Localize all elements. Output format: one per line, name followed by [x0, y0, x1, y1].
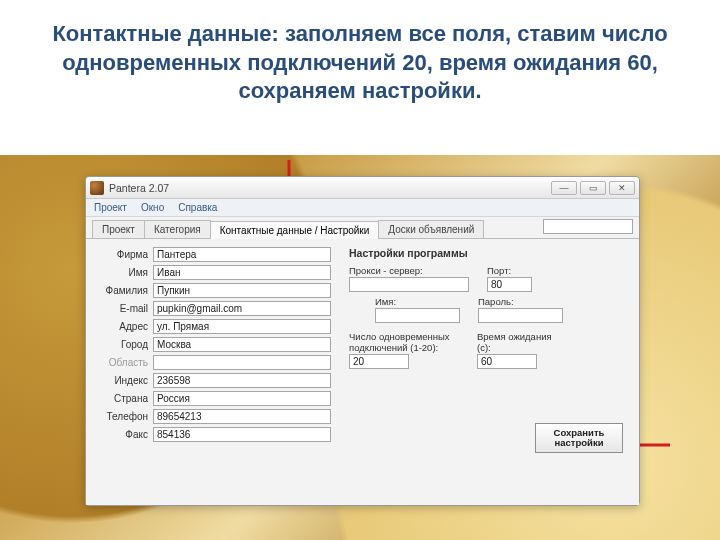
label-name: Имя — [96, 267, 148, 278]
tab-contacts[interactable]: Контактные данные / Настройки — [210, 221, 380, 239]
label-company: Фирма — [96, 249, 148, 260]
contact-form: ФирмаПантера ИмяИван ФамилияПупкин E-mai… — [96, 247, 331, 495]
label-proxy: Прокси - сервер: — [349, 265, 469, 276]
input-address[interactable]: ул. Прямая — [153, 319, 331, 334]
label-timeout: Время ожидания (с): — [477, 331, 557, 353]
menu-project[interactable]: Проект — [94, 202, 127, 213]
maximize-button[interactable]: ▭ — [580, 181, 606, 195]
input-connections[interactable]: 20 — [349, 354, 409, 369]
input-proxy[interactable] — [349, 277, 469, 292]
minimize-button[interactable]: — — [551, 181, 577, 195]
tab-boards[interactable]: Доски объявлений — [378, 220, 484, 238]
input-name[interactable]: Иван — [153, 265, 331, 280]
label-address: Адрес — [96, 321, 148, 332]
label-phone: Телефон — [96, 411, 148, 422]
input-fax[interactable]: 854136 — [153, 427, 331, 442]
input-auth-name[interactable] — [375, 308, 460, 323]
label-connections: Число одновременных подключений (1-20): — [349, 331, 459, 353]
tab-category[interactable]: Категория — [144, 220, 211, 238]
input-country[interactable]: Россия — [153, 391, 331, 406]
slide-title: Контактные данные: заполняем все поля, с… — [0, 0, 720, 116]
label-fax: Факс — [96, 429, 148, 440]
tabstrip: Проект Категория Контактные данные / Нас… — [86, 217, 639, 239]
label-surname: Фамилия — [96, 285, 148, 296]
input-email[interactable]: pupkin@gmail.com — [153, 301, 331, 316]
input-surname[interactable]: Пупкин — [153, 283, 331, 298]
label-index: Индекс — [96, 375, 148, 386]
label-auth-name: Имя: — [375, 296, 460, 307]
label-email: E-mail — [96, 303, 148, 314]
input-city[interactable]: Москва — [153, 337, 331, 352]
input-password[interactable] — [478, 308, 563, 323]
app-window: Pantera 2.07 — ▭ ✕ Проект Окно Справка П… — [85, 176, 640, 506]
titlebar: Pantera 2.07 — ▭ ✕ — [86, 177, 639, 199]
label-country: Страна — [96, 393, 148, 404]
tab-search-input[interactable] — [543, 219, 633, 234]
save-settings-button[interactable]: Сохранить настройки — [535, 423, 623, 453]
menu-help[interactable]: Справка — [178, 202, 217, 213]
input-index[interactable]: 236598 — [153, 373, 331, 388]
input-phone[interactable]: 89654213 — [153, 409, 331, 424]
input-port[interactable]: 80 — [487, 277, 532, 292]
settings-title: Настройки программы — [349, 247, 629, 259]
app-icon — [90, 181, 104, 195]
close-button[interactable]: ✕ — [609, 181, 635, 195]
input-timeout[interactable]: 60 — [477, 354, 537, 369]
input-company[interactable]: Пантера — [153, 247, 331, 262]
label-city: Город — [96, 339, 148, 350]
label-region: Область — [96, 357, 148, 368]
label-port: Порт: — [487, 265, 532, 276]
input-region[interactable] — [153, 355, 331, 370]
window-title: Pantera 2.07 — [109, 182, 551, 194]
label-password: Пароль: — [478, 296, 563, 307]
menubar: Проект Окно Справка — [86, 199, 639, 217]
program-settings: Настройки программы Прокси - сервер: Пор… — [349, 247, 629, 495]
menu-window[interactable]: Окно — [141, 202, 164, 213]
tab-project[interactable]: Проект — [92, 220, 145, 238]
